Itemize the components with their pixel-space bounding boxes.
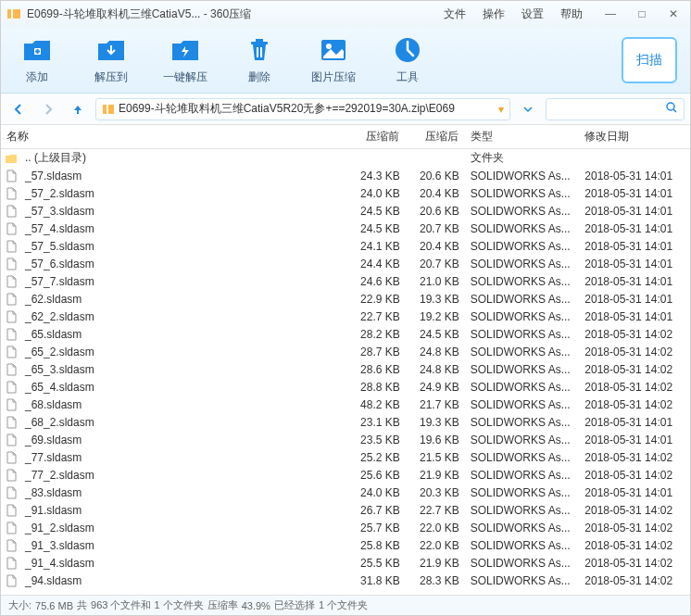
file-size-post: 20.3 KB [406, 486, 465, 499]
extract-button[interactable]: 解压到 [88, 34, 134, 85]
list-header: 名称 压缩前 压缩后 类型 修改日期 [1, 125, 690, 149]
tools-icon [392, 34, 423, 66]
file-list[interactable]: .. (上级目录)文件夹_57.sldasm24.3 KB20.6 KBSOLI… [1, 149, 690, 595]
file-icon [5, 293, 18, 306]
table-row[interactable]: _91_2.sldasm25.7 KB22.0 KBSOLIDWORKS As.… [1, 519, 690, 536]
image-compress-label: 图片压缩 [311, 69, 356, 85]
table-row[interactable]: _69.sldasm23.5 KB19.6 KBSOLIDWORKS As...… [1, 431, 690, 448]
table-row[interactable]: _65_2.sldasm28.7 KB24.8 KBSOLIDWORKS As.… [1, 343, 690, 360]
table-row[interactable]: _94.sldasm31.8 KB28.3 KBSOLIDWORKS As...… [1, 572, 690, 589]
table-row[interactable]: _65_3.sldasm28.6 KB24.8 KBSOLIDWORKS As.… [1, 360, 690, 378]
table-row[interactable]: _57_4.sldasm24.5 KB20.7 KBSOLIDWORKS As.… [1, 220, 690, 237]
table-row[interactable]: _57_6.sldasm24.4 KB20.7 KBSOLIDWORKS As.… [1, 255, 690, 272]
file-size-pre: 24.3 KB [346, 170, 406, 182]
file-icon [5, 557, 18, 570]
col-post[interactable]: 压缩后 [406, 125, 465, 148]
image-compress-button[interactable]: 图片压缩 [310, 34, 357, 85]
file-type: SOLIDWORKS As... [465, 346, 580, 358]
file-date: 2018-05-31 14:02 [579, 398, 690, 411]
nav-up-button[interactable] [66, 98, 90, 120]
file-icon [5, 222, 18, 235]
file-size-pre: 26.7 KB [346, 504, 406, 517]
table-row[interactable]: _57_7.sldasm24.6 KB21.0 KBSOLIDWORKS As.… [1, 272, 690, 290]
file-icon [5, 416, 18, 429]
table-row[interactable]: _57_5.sldasm24.1 KB20.4 KBSOLIDWORKS As.… [1, 237, 690, 255]
tools-button[interactable]: 工具 [384, 34, 431, 85]
path-box[interactable]: E0699-斗轮堆取料机三维CatiaV5R20无参+==292019=30A.… [95, 98, 510, 120]
file-size-pre: 25.8 KB [346, 539, 406, 552]
maximize-button[interactable]: □ [631, 7, 653, 20]
col-type[interactable]: 类型 [465, 125, 580, 148]
table-row[interactable]: _77.sldasm25.2 KB21.5 KBSOLIDWORKS As...… [1, 448, 690, 466]
file-icon [5, 346, 18, 358]
file-date: 2018-05-31 14:02 [579, 469, 690, 482]
file-size-post: 19.2 KB [406, 310, 465, 323]
table-row[interactable]: _57_2.sldasm24.0 KB20.4 KBSOLIDWORKS As.… [1, 184, 690, 202]
file-size-pre: 24.5 KB [346, 205, 406, 218]
file-icon [5, 205, 18, 218]
svg-rect-7 [257, 47, 258, 57]
table-row[interactable]: _91_3.sldasm25.8 KB22.0 KBSOLIDWORKS As.… [1, 536, 690, 554]
file-size-pre: 25.2 KB [346, 451, 406, 464]
file-type: SOLIDWORKS As... [465, 486, 580, 499]
file-icon [5, 240, 18, 253]
table-row[interactable]: _91_4.sldasm25.5 KB21.9 KBSOLIDWORKS As.… [1, 554, 690, 572]
table-row[interactable]: _62.sldasm22.9 KB19.3 KBSOLIDWORKS As...… [1, 290, 690, 308]
file-type: SOLIDWORKS As... [465, 170, 580, 182]
menu-help[interactable]: 帮助 [560, 6, 583, 22]
table-row[interactable]: _57_3.sldasm24.5 KB20.6 KBSOLIDWORKS As.… [1, 202, 690, 220]
menu-operate[interactable]: 操作 [483, 6, 505, 22]
nav-dropdown-button[interactable] [516, 98, 540, 120]
col-pre[interactable]: 压缩前 [346, 125, 406, 148]
parent-dir-row[interactable]: .. (上级目录)文件夹 [1, 149, 690, 167]
file-size-pre: 31.8 KB [346, 574, 406, 587]
minimize-button[interactable]: — [599, 7, 622, 20]
table-row[interactable]: _62_2.sldasm22.7 KB19.2 KBSOLIDWORKS As.… [1, 308, 690, 325]
nav-back-button[interactable] [6, 98, 31, 120]
path-dropdown-icon[interactable]: ▾ [498, 103, 504, 116]
file-date: 2018-05-31 14:02 [579, 539, 690, 552]
menu-file[interactable]: 文件 [444, 6, 466, 22]
file-name: _57.sldasm [19, 170, 346, 182]
col-name[interactable]: 名称 [1, 125, 346, 148]
file-type: SOLIDWORKS As... [465, 381, 580, 394]
file-type: SOLIDWORKS As... [465, 398, 580, 411]
table-row[interactable]: _65.sldasm28.2 KB24.5 KBSOLIDWORKS As...… [1, 325, 690, 343]
file-size-post: 24.9 KB [406, 381, 465, 394]
close-button[interactable]: ✕ [662, 7, 685, 20]
extract-icon [95, 34, 127, 66]
file-date: 2018-05-31 14:01 [579, 187, 690, 200]
file-date: 2018-05-31 14:01 [579, 240, 690, 253]
table-row[interactable]: _91.sldasm26.7 KB22.7 KBSOLIDWORKS As...… [1, 501, 690, 519]
table-row[interactable]: _68_2.sldasm23.1 KB19.3 KBSOLIDWORKS As.… [1, 413, 690, 431]
file-name: _77.sldasm [19, 451, 346, 464]
table-row[interactable]: _65_4.sldasm28.8 KB24.9 KBSOLIDWORKS As.… [1, 378, 690, 396]
table-row[interactable]: _68.sldasm48.2 KB21.7 KBSOLIDWORKS As...… [1, 396, 690, 413]
col-date[interactable]: 修改日期 [579, 125, 690, 148]
file-size-pre: 23.5 KB [346, 434, 406, 446]
table-row[interactable]: _57.sldasm24.3 KB20.6 KBSOLIDWORKS As...… [1, 167, 690, 184]
file-type: SOLIDWORKS As... [465, 522, 580, 534]
table-row[interactable]: _77_2.sldasm25.6 KB21.9 KBSOLIDWORKS As.… [1, 466, 690, 484]
delete-button[interactable]: 删除 [236, 34, 283, 85]
menu-settings[interactable]: 设置 [521, 6, 544, 22]
file-type: SOLIDWORKS As... [465, 293, 580, 306]
oneclick-extract-button[interactable]: 一键解压 [162, 34, 208, 85]
file-name: _91_3.sldasm [19, 539, 346, 552]
file-icon [5, 275, 18, 288]
add-label: 添加 [26, 69, 48, 85]
search-box[interactable] [546, 98, 685, 120]
file-size-pre: 22.9 KB [346, 293, 406, 306]
add-button[interactable]: 添加 [14, 34, 60, 85]
scan-button[interactable]: 扫描 [622, 37, 677, 83]
add-icon [21, 34, 53, 66]
file-icon [5, 504, 18, 517]
file-size-post: 21.5 KB [406, 451, 465, 464]
toolbar: 添加 解压到 一键解压 删除 图片压缩 工具 扫描 [1, 27, 690, 94]
nav-forward-button[interactable] [36, 98, 60, 120]
file-type: SOLIDWORKS As... [465, 222, 580, 235]
svg-rect-8 [260, 47, 262, 57]
file-type: SOLIDWORKS As... [465, 451, 580, 464]
file-size-pre: 25.6 KB [346, 469, 406, 482]
table-row[interactable]: _83.sldasm24.0 KB20.3 KBSOLIDWORKS As...… [1, 484, 690, 501]
